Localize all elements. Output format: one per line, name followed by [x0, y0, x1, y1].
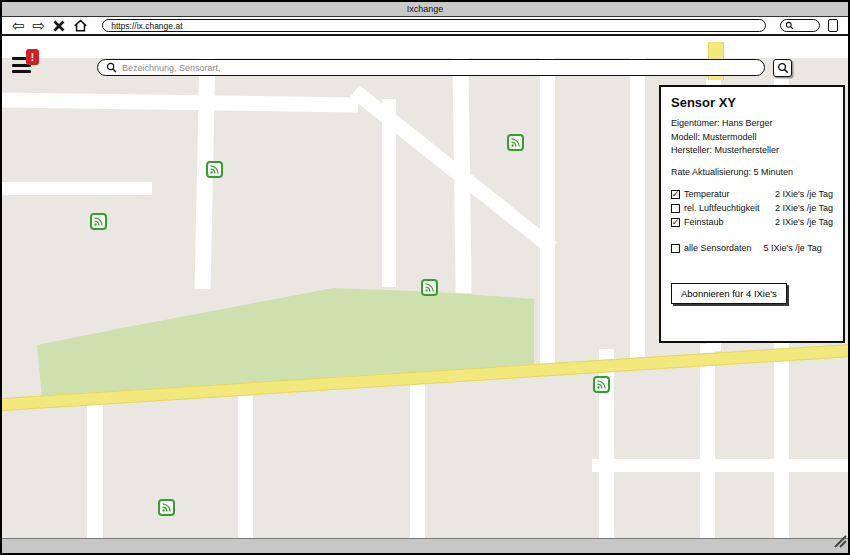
- search-input[interactable]: Bezeichnung, Sensorart,: [97, 59, 765, 76]
- close-button[interactable]: [53, 20, 65, 32]
- rss-icon: [424, 282, 435, 293]
- street: [592, 459, 848, 472]
- search-button[interactable]: [773, 59, 792, 77]
- sensor-option-row[interactable]: ✓Temperatur2 IXie's /je Tag: [671, 189, 833, 199]
- street: [382, 99, 396, 287]
- sensor-model: Modell: Mustermodell: [671, 131, 833, 145]
- rss-icon: [510, 137, 521, 148]
- sensor-marker[interactable]: [593, 376, 610, 393]
- option-label: Feinstaub: [684, 217, 724, 227]
- browser-toolbar: ⇦ ⇨ https://ix.change.at: [2, 17, 848, 36]
- sensor-marker[interactable]: [421, 279, 438, 296]
- chrome-search-box[interactable]: [780, 19, 820, 32]
- option-price: 2 IXie's /je Tag: [775, 189, 833, 199]
- forward-button[interactable]: ⇨: [33, 18, 46, 33]
- all-sensordata-option[interactable]: alle Sensordaten 5 IXie's /je Tag: [671, 243, 833, 253]
- home-icon: [73, 19, 88, 32]
- street: [452, 53, 471, 293]
- sensor-manufacturer: Hersteller: Musterhersteller: [671, 144, 833, 158]
- close-icon: [53, 20, 65, 32]
- option-price: 2 IXie's /je Tag: [775, 217, 833, 227]
- resize-icon: [831, 534, 847, 548]
- rss-icon: [93, 216, 104, 227]
- search-icon: [785, 21, 794, 30]
- search-placeholder: Bezeichnung, Sensorart,: [122, 63, 221, 73]
- option-price: 2 IXie's /je Tag: [775, 203, 833, 213]
- sensor-marker[interactable]: [90, 213, 107, 230]
- map[interactable]: ! Bezeichnung, Sensorart, Sensor XY Eige…: [2, 39, 848, 538]
- search-icon: [106, 62, 117, 73]
- sensor-owner: Eigentümer: Hans Berger: [671, 117, 833, 131]
- home-button[interactable]: [73, 19, 88, 32]
- option-price: 5 IXie's /je Tag: [764, 243, 822, 253]
- street: [2, 182, 152, 195]
- url-text: https://ix.change.at: [111, 21, 182, 31]
- rss-icon: [209, 164, 220, 175]
- rss-icon: [596, 379, 607, 390]
- window-title: Ixchange: [407, 4, 444, 14]
- sensor-marker[interactable]: [507, 134, 524, 151]
- sensor-marker[interactable]: [158, 499, 175, 516]
- panel-title: Sensor XY: [671, 95, 833, 110]
- street: [630, 53, 645, 358]
- option-label: rel. Luftfeuchtigkeit: [684, 203, 760, 213]
- window-titlebar: Ixchange: [2, 2, 848, 17]
- checkbox[interactable]: [671, 204, 680, 213]
- url-bar[interactable]: https://ix.change.at: [102, 19, 766, 32]
- toolbar-mini-box[interactable]: [828, 19, 838, 32]
- option-label: alle Sensordaten: [684, 243, 752, 253]
- resize-handle[interactable]: [831, 534, 847, 552]
- panel-options: ✓Temperatur2 IXie's /je Tagrel. Luftfeuc…: [671, 189, 833, 227]
- street: [774, 341, 789, 538]
- subscribe-button[interactable]: Abonnieren für 4 IXie's: [671, 283, 787, 304]
- street: [700, 344, 715, 538]
- street: [540, 53, 555, 368]
- option-label: Temperatur: [684, 189, 730, 199]
- sensor-update-rate: Rate Aktualisierung: 5 Minuten: [671, 166, 833, 180]
- sensor-option-row[interactable]: rel. Luftfeuchtigkeit2 IXie's /je Tag: [671, 203, 833, 213]
- street: [2, 93, 358, 113]
- checkbox[interactable]: ✓: [671, 190, 680, 199]
- rss-icon: [161, 502, 172, 513]
- status-bar: [2, 538, 848, 553]
- sensor-option-row[interactable]: ✓Feinstaub2 IXie's /je Tag: [671, 217, 833, 227]
- back-button[interactable]: ⇦: [12, 18, 25, 33]
- checkbox[interactable]: [671, 244, 680, 253]
- sensor-marker[interactable]: [206, 161, 223, 178]
- checkbox[interactable]: ✓: [671, 218, 680, 227]
- browser-window: Ixchange ⇦ ⇨ https://ix.change.at: [0, 0, 850, 555]
- sensor-info-panel: Sensor XY Eigentümer: Hans Berger Modell…: [659, 85, 845, 343]
- search-icon: [777, 62, 789, 74]
- notification-badge[interactable]: !: [26, 49, 39, 65]
